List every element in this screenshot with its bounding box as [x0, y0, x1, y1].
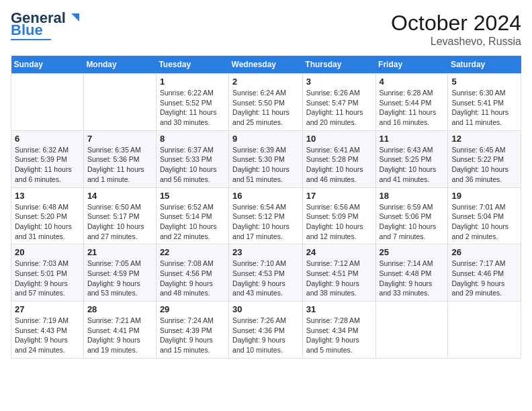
day-info: Sunrise: 6:41 AMSunset: 5:28 PMDaylight:… [306, 145, 372, 185]
calendar-cell [448, 302, 521, 359]
calendar-cell [11, 74, 84, 131]
day-number: 24 [306, 247, 372, 257]
day-info: Sunrise: 7:10 AMSunset: 4:53 PMDaylight:… [232, 259, 299, 298]
day-info: Sunrise: 6:43 AMSunset: 5:25 PMDaylight:… [380, 145, 445, 185]
week-row-1: 1Sunrise: 6:22 AMSunset: 5:52 PMDaylight… [11, 74, 521, 131]
day-info: Sunrise: 7:21 AMSunset: 4:41 PMDaylight:… [87, 316, 152, 355]
header-row: SundayMondayTuesdayWednesdayThursdayFrid… [11, 56, 521, 74]
day-number: 8 [160, 134, 225, 144]
day-info: Sunrise: 6:56 AMSunset: 5:09 PMDaylight:… [306, 202, 372, 242]
calendar-cell: 22Sunrise: 7:08 AMSunset: 4:56 PMDayligh… [156, 244, 228, 302]
header-cell-saturday: Saturday [448, 56, 521, 74]
day-info: Sunrise: 6:54 AMSunset: 5:12 PMDaylight:… [232, 202, 299, 242]
calendar-cell: 29Sunrise: 7:24 AMSunset: 4:39 PMDayligh… [156, 302, 228, 359]
day-info: Sunrise: 6:35 AMSunset: 5:36 PMDaylight:… [87, 145, 152, 185]
day-info: Sunrise: 6:32 AMSunset: 5:39 PMDaylight:… [15, 145, 80, 185]
day-number: 22 [160, 247, 225, 257]
calendar-cell: 11Sunrise: 6:43 AMSunset: 5:25 PMDayligh… [375, 130, 448, 187]
day-info: Sunrise: 7:19 AMSunset: 4:43 PMDaylight:… [15, 316, 80, 355]
calendar-cell: 21Sunrise: 7:05 AMSunset: 4:59 PMDayligh… [83, 244, 156, 302]
day-number: 21 [87, 247, 152, 257]
day-number: 31 [306, 304, 372, 314]
day-number: 3 [306, 77, 372, 87]
day-info: Sunrise: 6:48 AMSunset: 5:20 PMDaylight:… [15, 202, 80, 242]
day-number: 25 [380, 247, 445, 257]
day-info: Sunrise: 7:24 AMSunset: 4:39 PMDaylight:… [160, 316, 225, 355]
calendar-cell: 5Sunrise: 6:30 AMSunset: 5:41 PMDaylight… [448, 74, 521, 131]
day-info: Sunrise: 6:59 AMSunset: 5:06 PMDaylight:… [380, 202, 445, 242]
day-number: 2 [232, 77, 299, 87]
day-number: 4 [380, 77, 445, 87]
day-number: 10 [306, 134, 372, 144]
day-info: Sunrise: 6:22 AMSunset: 5:52 PMDaylight:… [160, 88, 225, 128]
calendar-cell: 14Sunrise: 6:50 AMSunset: 5:17 PMDayligh… [83, 187, 156, 244]
calendar-cell: 27Sunrise: 7:19 AMSunset: 4:43 PMDayligh… [11, 302, 84, 359]
calendar-cell: 25Sunrise: 7:14 AMSunset: 4:48 PMDayligh… [375, 244, 448, 302]
day-number: 9 [232, 134, 299, 144]
day-info: Sunrise: 6:39 AMSunset: 5:30 PMDaylight:… [232, 145, 299, 185]
day-number: 26 [451, 247, 517, 257]
day-info: Sunrise: 7:26 AMSunset: 4:36 PMDaylight:… [232, 316, 299, 355]
day-number: 18 [380, 191, 445, 201]
day-info: Sunrise: 6:30 AMSunset: 5:41 PMDaylight:… [451, 88, 517, 128]
page-title: October 2024 [391, 11, 521, 36]
page-header: General Blue October 2024 Levashevo, Rus… [11, 11, 521, 48]
calendar-cell [83, 74, 156, 131]
calendar-cell: 3Sunrise: 6:26 AMSunset: 5:47 PMDaylight… [302, 74, 375, 131]
week-row-2: 6Sunrise: 6:32 AMSunset: 5:39 PMDaylight… [11, 130, 521, 187]
day-info: Sunrise: 7:03 AMSunset: 5:01 PMDaylight:… [15, 259, 80, 298]
day-number: 5 [451, 77, 517, 87]
day-info: Sunrise: 6:45 AMSunset: 5:22 PMDaylight:… [451, 145, 517, 185]
day-info: Sunrise: 6:37 AMSunset: 5:33 PMDaylight:… [160, 145, 225, 185]
calendar-cell: 20Sunrise: 7:03 AMSunset: 5:01 PMDayligh… [11, 244, 84, 302]
header-cell-friday: Friday [375, 56, 448, 74]
day-number: 27 [15, 304, 80, 314]
day-number: 7 [87, 134, 152, 144]
calendar-cell: 6Sunrise: 6:32 AMSunset: 5:39 PMDaylight… [11, 130, 84, 187]
calendar-cell [375, 302, 448, 359]
calendar-cell: 15Sunrise: 6:52 AMSunset: 5:14 PMDayligh… [156, 187, 228, 244]
logo-text-blue: Blue [11, 23, 43, 38]
header-cell-sunday: Sunday [11, 56, 84, 74]
day-number: 1 [160, 77, 225, 87]
calendar-cell: 24Sunrise: 7:12 AMSunset: 4:51 PMDayligh… [302, 244, 375, 302]
title-block: October 2024 Levashevo, Russia [391, 11, 521, 48]
day-number: 19 [451, 191, 517, 201]
calendar-cell: 12Sunrise: 6:45 AMSunset: 5:22 PMDayligh… [448, 130, 521, 187]
day-number: 16 [232, 191, 299, 201]
day-number: 6 [15, 134, 80, 144]
header-cell-wednesday: Wednesday [229, 56, 303, 74]
calendar-cell: 17Sunrise: 6:56 AMSunset: 5:09 PMDayligh… [302, 187, 375, 244]
day-info: Sunrise: 7:05 AMSunset: 4:59 PMDaylight:… [87, 259, 152, 298]
day-info: Sunrise: 6:52 AMSunset: 5:14 PMDaylight:… [160, 202, 225, 242]
calendar-table: SundayMondayTuesdayWednesdayThursdayFrid… [11, 56, 521, 359]
day-number: 30 [232, 304, 299, 314]
day-info: Sunrise: 7:12 AMSunset: 4:51 PMDaylight:… [306, 259, 372, 298]
logo: General Blue [11, 11, 81, 40]
day-number: 17 [306, 191, 372, 201]
calendar-cell: 1Sunrise: 6:22 AMSunset: 5:52 PMDaylight… [156, 74, 228, 131]
header-cell-thursday: Thursday [302, 56, 375, 74]
svg-marker-0 [71, 13, 79, 21]
day-info: Sunrise: 6:28 AMSunset: 5:44 PMDaylight:… [380, 88, 445, 128]
week-row-5: 27Sunrise: 7:19 AMSunset: 4:43 PMDayligh… [11, 302, 521, 359]
calendar-cell: 31Sunrise: 7:28 AMSunset: 4:34 PMDayligh… [302, 302, 375, 359]
day-info: Sunrise: 7:01 AMSunset: 5:04 PMDaylight:… [451, 202, 517, 242]
day-info: Sunrise: 6:24 AMSunset: 5:50 PMDaylight:… [232, 88, 299, 128]
calendar-cell: 26Sunrise: 7:17 AMSunset: 4:46 PMDayligh… [448, 244, 521, 302]
calendar-cell: 28Sunrise: 7:21 AMSunset: 4:41 PMDayligh… [83, 302, 156, 359]
day-info: Sunrise: 7:08 AMSunset: 4:56 PMDaylight:… [160, 259, 225, 298]
header-cell-monday: Monday [83, 56, 156, 74]
calendar-cell: 8Sunrise: 6:37 AMSunset: 5:33 PMDaylight… [156, 130, 228, 187]
logo-icon [66, 11, 81, 26]
calendar-cell: 9Sunrise: 6:39 AMSunset: 5:30 PMDaylight… [229, 130, 303, 187]
calendar-cell: 18Sunrise: 6:59 AMSunset: 5:06 PMDayligh… [375, 187, 448, 244]
page-subtitle: Levashevo, Russia [391, 36, 521, 48]
calendar-cell: 7Sunrise: 6:35 AMSunset: 5:36 PMDaylight… [83, 130, 156, 187]
day-info: Sunrise: 6:26 AMSunset: 5:47 PMDaylight:… [306, 88, 372, 128]
week-row-3: 13Sunrise: 6:48 AMSunset: 5:20 PMDayligh… [11, 187, 521, 244]
day-number: 20 [15, 247, 80, 257]
calendar-cell: 16Sunrise: 6:54 AMSunset: 5:12 PMDayligh… [229, 187, 303, 244]
day-info: Sunrise: 7:14 AMSunset: 4:48 PMDaylight:… [380, 259, 445, 298]
day-number: 15 [160, 191, 225, 201]
